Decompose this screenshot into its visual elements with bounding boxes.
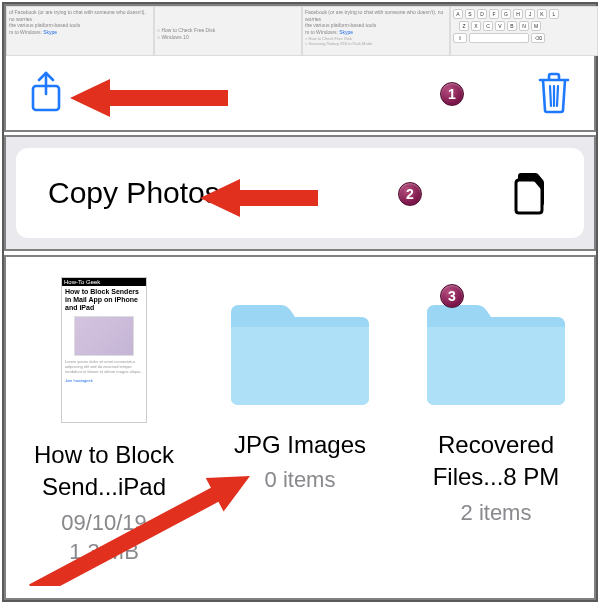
thumb-text: rs to Windows: Skype bbox=[305, 29, 447, 36]
svg-marker-1 bbox=[70, 79, 228, 117]
switcher-thumb-1[interactable]: of Facebook (or are trying to chat with … bbox=[6, 6, 154, 56]
thumb-text: Facebook (or are trying to chat with som… bbox=[305, 9, 447, 22]
annotation-badge-1: 1 bbox=[440, 82, 464, 106]
annotation-badge-2: 2 bbox=[398, 182, 422, 206]
trash-icon[interactable] bbox=[534, 70, 574, 114]
svg-marker-3 bbox=[24, 459, 259, 586]
share-icon[interactable] bbox=[26, 70, 66, 114]
annotation-arrow-3 bbox=[24, 456, 284, 586]
copy-photos-label: Copy Photos bbox=[48, 176, 220, 210]
folder-icon bbox=[225, 293, 375, 413]
annotation-arrow-1 bbox=[70, 76, 230, 120]
folder-item-recovered[interactable]: RecoveredFiles...8 PM 2 items bbox=[402, 277, 590, 598]
switcher-thumb-keyboard[interactable]: ASDFGHJKL ZXCVBNM ⇧⌫ bbox=[450, 6, 598, 56]
annotation-arrow-2 bbox=[200, 176, 320, 220]
svg-marker-2 bbox=[200, 179, 318, 217]
switcher-thumb-3[interactable]: Facebook (or are trying to chat with som… bbox=[302, 6, 450, 56]
folder-name: RecoveredFiles...8 PM bbox=[402, 429, 590, 494]
folder-meta: 2 items bbox=[402, 498, 590, 528]
switcher-thumb-2[interactable]: ○ How to Check Free Disk ○ Windows 10 bbox=[154, 6, 302, 56]
thumb-text: rs to Windows: Skype bbox=[9, 29, 151, 36]
app-switcher-thumbnails: of Facebook (or are trying to chat with … bbox=[6, 6, 598, 56]
annotation-badge-3: 3 bbox=[440, 284, 464, 308]
file-thumbnail: How-To Geek How to Block Senders in Mail… bbox=[61, 277, 147, 423]
thumb-text: of Facebook (or are trying to chat with … bbox=[9, 9, 151, 22]
thumb-text: ○ Windows 10 bbox=[157, 34, 299, 41]
copy-icon bbox=[508, 169, 552, 217]
folder-icon bbox=[421, 293, 571, 413]
